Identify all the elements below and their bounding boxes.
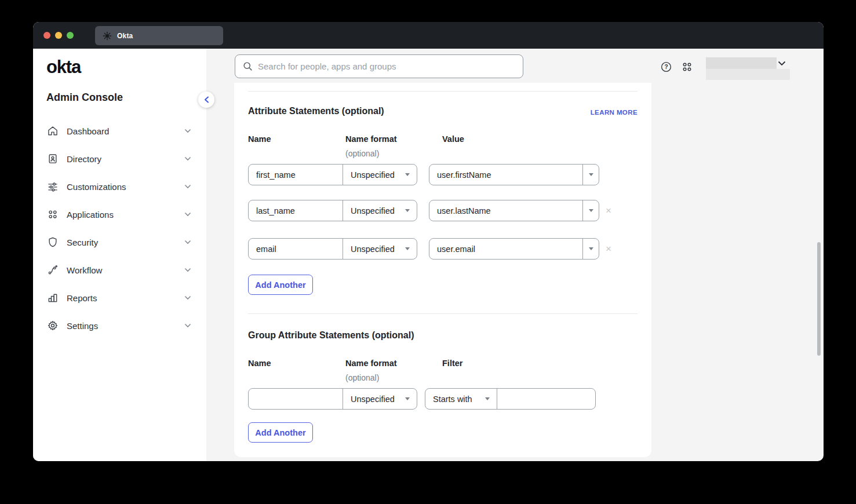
shield-icon (47, 236, 59, 248)
sidebar-collapse-button[interactable] (198, 92, 214, 108)
attr-format-select[interactable]: Unspecified (343, 239, 417, 259)
caret-down-icon (485, 397, 490, 400)
caret-down-icon (589, 173, 593, 176)
column-header-value: Value (442, 134, 464, 144)
svg-text:?: ? (664, 64, 668, 70)
chevron-down-icon (184, 212, 191, 217)
filter-value-input[interactable] (497, 389, 596, 409)
column-header-name: Name (248, 359, 271, 368)
filter-operator-value: Starts with (433, 395, 472, 404)
sidebar-item-reports[interactable]: Reports (33, 284, 206, 312)
minimize-window-button[interactable] (55, 32, 62, 39)
attr-format-value: Unspecified (351, 170, 395, 180)
sidebar-item-label: Directory (67, 154, 184, 164)
chevron-down-icon (184, 129, 191, 133)
screen: Okta okta Admin Console Dashboard (0, 0, 856, 504)
attribute-value-combo (429, 200, 599, 221)
group-format-select[interactable]: Unspecified (343, 389, 417, 409)
remove-row-button[interactable]: × (603, 200, 614, 221)
sidebar-item-settings[interactable]: Settings (33, 312, 206, 339)
group-format-value: Unspecified (351, 395, 395, 404)
chevron-down-icon (184, 323, 191, 328)
sidebar-item-dashboard[interactable]: Dashboard (33, 117, 206, 145)
attribute-row: Unspecified (248, 238, 417, 260)
sidebar-item-label: Customizations (67, 182, 184, 192)
sidebar-item-label: Workflow (67, 265, 184, 275)
admin-console-title: Admin Console (46, 92, 123, 104)
browser-tab[interactable]: Okta (95, 26, 223, 45)
sliders-icon (47, 181, 59, 192)
attr-format-select[interactable]: Unspecified (343, 200, 417, 221)
attr-value-dropdown-button[interactable] (582, 239, 599, 259)
add-another-group-attribute-button[interactable]: Add Another (248, 422, 313, 443)
group-name-input[interactable] (249, 389, 343, 409)
add-another-attribute-button[interactable]: Add Another (248, 275, 313, 295)
attribute-value-combo (429, 164, 599, 185)
attr-value-input[interactable] (429, 239, 582, 259)
section-divider (248, 91, 638, 92)
attr-name-input[interactable] (249, 239, 343, 259)
caret-down-icon (589, 247, 593, 250)
bar-chart-icon (47, 292, 59, 304)
sidebar: okta Admin Console Dashboard (33, 49, 206, 461)
okta-favicon-icon (103, 31, 112, 41)
search-input[interactable] (258, 61, 523, 71)
sidebar-item-workflow[interactable]: Workflow (33, 256, 206, 284)
tab-title: Okta (117, 32, 133, 40)
user-menu-chevron-icon[interactable] (778, 58, 786, 68)
okta-logo: okta (46, 57, 81, 78)
zoom-window-button[interactable] (67, 32, 74, 39)
vertical-scrollbar[interactable] (817, 242, 821, 356)
sidebar-item-label: Reports (67, 293, 184, 303)
attr-format-value: Unspecified (351, 244, 395, 254)
global-search[interactable] (235, 54, 523, 78)
sidebar-item-label: Settings (67, 321, 184, 331)
sidebar-item-label: Applications (67, 210, 184, 220)
chevron-down-icon (184, 268, 191, 272)
sidebar-nav: Dashboard Directory (33, 117, 206, 339)
column-header-name: Name (248, 134, 271, 144)
app-switcher-icon[interactable] (680, 60, 693, 73)
traffic-lights (43, 32, 74, 39)
title-bar: Okta (33, 22, 824, 49)
attr-value-input[interactable] (429, 165, 582, 185)
remove-row-button[interactable]: × (603, 238, 614, 260)
column-header-filter: Filter (442, 359, 462, 368)
attr-value-dropdown-button[interactable] (582, 200, 599, 221)
learn-more-link[interactable]: LEARN MORE (591, 109, 638, 116)
sidebar-item-security[interactable]: Security (33, 228, 206, 256)
attr-value-input[interactable] (429, 200, 582, 221)
help-icon[interactable]: ? (660, 60, 672, 73)
caret-down-icon (405, 209, 410, 212)
chevron-down-icon (184, 156, 191, 161)
sidebar-item-label: Security (67, 238, 184, 247)
column-header-name-format: Name format (345, 134, 397, 144)
attr-name-input[interactable] (249, 200, 343, 221)
top-bar: ? (206, 49, 824, 83)
group-filter-combo: Starts with (425, 388, 596, 410)
settings-panel: Attribute Statements (optional) LEARN MO… (234, 83, 651, 457)
sidebar-item-applications[interactable]: Applications (33, 200, 206, 228)
attribute-row: Unspecified (248, 164, 417, 185)
attr-name-input[interactable] (249, 165, 343, 185)
caret-down-icon (405, 247, 410, 250)
user-org-redacted (706, 69, 790, 80)
section-divider (248, 313, 638, 314)
column-header-name-format: Name format (345, 359, 397, 368)
attr-format-select[interactable]: Unspecified (343, 165, 417, 185)
attr-value-dropdown-button[interactable] (582, 165, 599, 185)
sidebar-item-customizations[interactable]: Customizations (33, 173, 206, 200)
close-window-button[interactable] (43, 32, 50, 39)
caret-down-icon (405, 397, 410, 400)
filter-operator-select[interactable]: Starts with (425, 389, 497, 409)
sidebar-item-label: Dashboard (67, 126, 184, 136)
directory-icon (47, 153, 59, 165)
column-note-optional: (optional) (345, 149, 379, 158)
group-attribute-statements-title: Group Attribute Statements (optional) (248, 330, 414, 341)
sidebar-item-directory[interactable]: Directory (33, 145, 206, 173)
attribute-value-combo (429, 238, 599, 260)
chevron-down-icon (184, 184, 191, 189)
workflow-icon (47, 264, 59, 276)
gear-icon (47, 320, 59, 331)
caret-down-icon (589, 209, 593, 212)
